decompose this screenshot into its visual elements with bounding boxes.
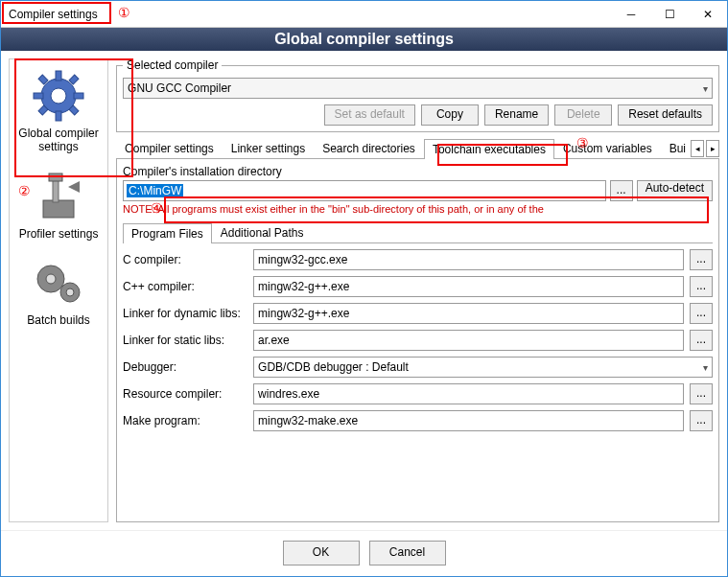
svg-point-1 <box>51 88 66 104</box>
chevron-down-icon: ▾ <box>703 83 708 94</box>
set-default-button[interactable]: Set as default <box>324 104 415 126</box>
program-value: mingw32-gcc.exe <box>258 253 347 266</box>
tab-compiler-settings[interactable]: Compiler settings <box>116 138 223 158</box>
program-input[interactable]: mingw32-make.exe <box>253 410 684 431</box>
browse-button[interactable]: ... <box>690 249 713 270</box>
compiler-select-value: GNU GCC Compiler <box>128 81 231 95</box>
selected-compiler-legend: Selected compiler <box>123 58 222 72</box>
svg-point-15 <box>46 274 56 284</box>
program-input[interactable]: ar.exe <box>253 330 684 351</box>
subtab-additional-paths[interactable]: Additional Paths <box>212 222 313 242</box>
auto-detect-button[interactable]: Auto-detect <box>637 180 713 201</box>
banner-title: Global compiler settings <box>1 28 727 51</box>
gear-icon <box>30 67 87 125</box>
program-value: mingw32-g++.exe <box>258 307 349 320</box>
program-row: C++ compiler:mingw32-g++.exe... <box>123 276 713 297</box>
tab-build-partial[interactable]: Bui <box>661 138 689 158</box>
program-value: mingw32-make.exe <box>258 414 358 427</box>
program-input[interactable]: mingw32-g++.exe <box>253 276 684 297</box>
program-label: Linker for static libs: <box>123 334 247 347</box>
sidebar-item-label: Profiler settings <box>13 227 104 241</box>
tab-linker-settings[interactable]: Linker settings <box>223 138 314 158</box>
program-input[interactable]: mingw32-g++.exe <box>253 303 684 324</box>
svg-rect-12 <box>49 173 62 181</box>
tab-search-directories[interactable]: Search directories <box>314 138 424 158</box>
install-dir-input[interactable]: C:\MinGW <box>123 180 606 201</box>
program-combo[interactable]: GDB/CDB debugger : Default▾ <box>253 357 713 378</box>
program-input[interactable]: windres.exe <box>253 383 684 404</box>
program-row: Linker for static libs:ar.exe... <box>123 330 713 351</box>
main-tabs: Compiler settings Linker settings Search… <box>116 138 719 159</box>
program-label: C compiler: <box>123 253 247 266</box>
sidebar-item-label: Batch builds <box>13 313 104 327</box>
tab-custom-variables[interactable]: Custom variables <box>554 138 661 158</box>
install-dir-note: NOTE: All programs must exist either in … <box>123 203 713 215</box>
rename-button[interactable]: Rename <box>484 104 549 126</box>
program-files-form: C compiler:mingw32-gcc.exe...C++ compile… <box>123 249 713 431</box>
program-label: C++ compiler: <box>123 280 247 293</box>
tab-scroll-left[interactable]: ◂ <box>691 140 704 157</box>
program-label: Resource compiler: <box>123 387 247 401</box>
sidebar-item-global-compiler[interactable]: Global compiler settings <box>12 63 106 158</box>
program-row: Resource compiler:windres.exe... <box>123 383 713 404</box>
reset-defaults-button[interactable]: Reset defaults <box>618 104 713 126</box>
svg-rect-4 <box>34 93 43 99</box>
tab-toolchain-executables[interactable]: Toolchain executables <box>424 139 554 159</box>
selected-compiler-group: Selected compiler GNU GCC Compiler ▾ Set… <box>116 58 719 132</box>
browse-button[interactable]: ... <box>690 330 713 351</box>
sidebar: Global compiler settings Profiler settin… <box>9 58 108 522</box>
gears-icon <box>30 254 87 312</box>
program-row: Linker for dynamic libs:mingw32-g++.exe.… <box>123 303 713 324</box>
subtab-program-files[interactable]: Program Files <box>123 223 212 243</box>
svg-rect-2 <box>56 71 61 81</box>
compiler-select[interactable]: GNU GCC Compiler ▾ <box>123 78 713 99</box>
svg-rect-5 <box>74 93 83 99</box>
tab-content: Compiler's installation directory C:\Min… <box>116 159 719 522</box>
close-button[interactable]: ✕ <box>689 1 727 28</box>
program-label: Debugger: <box>123 360 247 374</box>
program-input[interactable]: mingw32-gcc.exe <box>253 249 684 270</box>
program-label: Linker for dynamic libs: <box>123 307 247 320</box>
chevron-down-icon: ▾ <box>703 362 708 373</box>
browse-button[interactable]: ... <box>690 276 713 297</box>
install-dir-legend: Compiler's installation directory <box>123 165 713 178</box>
svg-marker-13 <box>68 181 80 193</box>
copy-button[interactable]: Copy <box>421 104 479 126</box>
ok-button[interactable]: OK <box>283 541 360 565</box>
program-label: Make program: <box>123 414 247 427</box>
program-row: C compiler:mingw32-gcc.exe... <box>123 249 713 270</box>
maximize-button[interactable]: ☐ <box>650 1 689 28</box>
svg-point-17 <box>66 288 74 296</box>
program-row: Make program:mingw32-make.exe... <box>123 410 713 431</box>
program-value: GDB/CDB debugger : Default <box>258 360 409 374</box>
sidebar-item-batch[interactable]: Batch builds <box>12 250 106 331</box>
minimize-button[interactable]: ─ <box>612 1 650 28</box>
program-value: mingw32-g++.exe <box>258 280 349 293</box>
sub-tabs: Program Files Additional Paths <box>123 222 713 243</box>
browse-button[interactable]: ... <box>610 180 633 201</box>
program-value: ar.exe <box>258 334 290 347</box>
install-dir-group: Compiler's installation directory C:\Min… <box>123 165 713 219</box>
svg-rect-3 <box>56 111 61 121</box>
program-row: Debugger:GDB/CDB debugger : Default▾ <box>123 357 713 378</box>
browse-button[interactable]: ... <box>690 383 713 404</box>
browse-button[interactable]: ... <box>690 410 713 431</box>
window-title: Compiler settings <box>9 8 612 21</box>
program-value: windres.exe <box>258 387 319 401</box>
sidebar-item-profiler[interactable]: Profiler settings <box>12 164 106 244</box>
install-dir-value: C:\MinGW <box>127 184 183 197</box>
svg-rect-10 <box>43 200 74 218</box>
browse-button[interactable]: ... <box>690 303 713 324</box>
tab-scroll-right[interactable]: ▸ <box>706 140 719 157</box>
sidebar-item-label: Global compiler settings <box>13 127 104 154</box>
delete-button[interactable]: Delete <box>554 104 612 126</box>
profiler-icon <box>30 168 87 225</box>
cancel-button[interactable]: Cancel <box>369 541 446 565</box>
